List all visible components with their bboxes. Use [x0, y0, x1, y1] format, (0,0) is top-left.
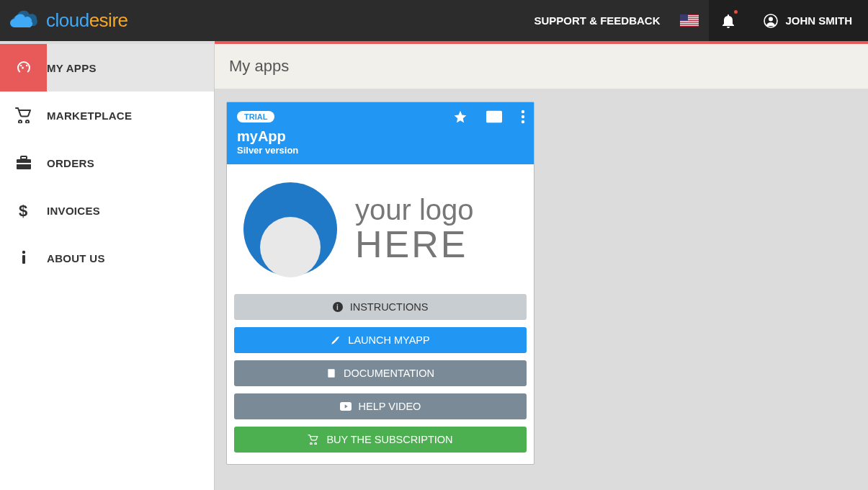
- app-logo-placeholder: your logo HERE: [234, 172, 527, 287]
- dashboard-icon: [0, 44, 47, 92]
- bell-icon: [722, 14, 735, 28]
- svg-text:i: i: [336, 303, 339, 311]
- sidebar-item-label: ABOUT US: [47, 252, 105, 264]
- cart-icon: [308, 435, 319, 445]
- svg-point-14: [22, 251, 24, 254]
- sidebar-item-label: ORDERS: [47, 157, 94, 169]
- brand-text: cloudesire: [46, 9, 128, 32]
- svg-text:$: $: [19, 202, 27, 219]
- svg-point-16: [522, 110, 524, 113]
- support-feedback-link[interactable]: SUPPORT & FEEDBACK: [524, 0, 670, 41]
- app-name: myApp: [237, 128, 524, 145]
- video-icon: [340, 402, 352, 411]
- top-bar: cloudesire SUPPORT & FEEDBACK JOHN SMITH: [0, 0, 868, 41]
- documentation-button[interactable]: DOCUMENTATION: [234, 360, 527, 386]
- brand-logo[interactable]: cloudesire: [9, 9, 128, 32]
- flag-us-icon: [680, 14, 699, 27]
- placeholder-text-line1: your logo: [355, 195, 474, 225]
- sidebar-item-invoices[interactable]: $ INVOICES: [0, 187, 214, 234]
- svg-rect-7: [680, 14, 688, 21]
- sidebar-item-label: MARKETPLACE: [47, 110, 132, 122]
- mail-icon[interactable]: [486, 110, 502, 123]
- svg-point-17: [522, 115, 524, 118]
- cloud-icon: [9, 10, 42, 32]
- placeholder-circle-icon: [240, 179, 341, 280]
- svg-rect-12: [17, 163, 31, 164]
- svg-rect-5: [680, 23, 699, 24]
- user-name-label: JOHN SMITH: [785, 14, 852, 27]
- sidebar-item-label: MY APPS: [47, 62, 97, 74]
- rocket-icon: [331, 335, 341, 345]
- svg-point-20: [260, 217, 321, 277]
- sidebar-item-orders[interactable]: ORDERS: [0, 139, 214, 187]
- placeholder-text-line2: HERE: [355, 225, 474, 264]
- trial-badge: TRIAL: [237, 111, 274, 122]
- app-card-header: TRIAL myApp Silver version: [227, 102, 534, 164]
- info-circle-icon: i: [333, 302, 343, 312]
- sidebar-item-about-us[interactable]: ABOUT US: [0, 234, 214, 282]
- cart-icon: [0, 107, 47, 123]
- briefcase-icon: [0, 155, 47, 171]
- svg-rect-11: [21, 156, 27, 159]
- sidebar-item-marketplace[interactable]: MARKETPLACE: [0, 92, 214, 139]
- main-content: My apps TRIAL myApp Silver version: [215, 44, 868, 490]
- sidebar: MY APPS MARKETPLACE ORDERS $ INVOICES AB…: [0, 44, 215, 490]
- svg-rect-6: [680, 24, 699, 25]
- svg-point-18: [522, 120, 524, 123]
- dollar-icon: $: [0, 202, 47, 219]
- page-title: My apps: [215, 44, 868, 89]
- buy-subscription-button[interactable]: BUY THE SUBSCRIPTION: [234, 427, 527, 453]
- launch-button[interactable]: LAUNCH MYAPP: [234, 327, 527, 353]
- book-icon: [326, 368, 336, 378]
- svg-rect-4: [680, 21, 699, 22]
- sidebar-item-label: INVOICES: [47, 205, 100, 217]
- user-avatar-icon: [764, 14, 778, 28]
- user-menu[interactable]: JOHN SMITH: [748, 0, 868, 41]
- notification-dot-icon: [734, 10, 738, 14]
- app-card: TRIAL myApp Silver version: [226, 102, 534, 465]
- svg-point-9: [769, 17, 773, 21]
- svg-rect-15: [22, 255, 25, 264]
- notifications-button[interactable]: [709, 0, 748, 41]
- instructions-button[interactable]: i INSTRUCTIONS: [234, 294, 527, 320]
- star-icon[interactable]: [453, 110, 467, 124]
- sidebar-item-my-apps[interactable]: MY APPS: [0, 44, 214, 92]
- more-vert-icon[interactable]: [521, 110, 525, 124]
- language-selector[interactable]: [670, 0, 709, 41]
- app-version: Silver version: [237, 145, 524, 156]
- info-icon: [0, 249, 47, 267]
- help-video-button[interactable]: HELP VIDEO: [234, 393, 527, 419]
